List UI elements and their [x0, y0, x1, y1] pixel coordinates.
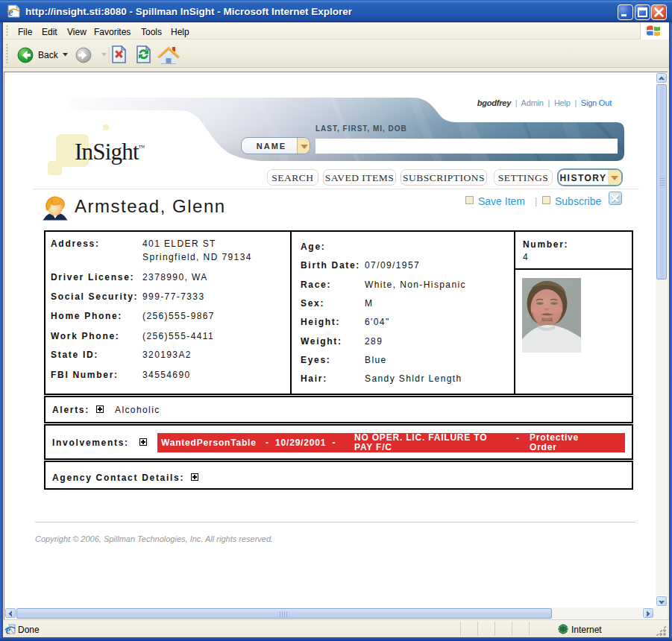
svg-text:Back: Back [38, 50, 59, 60]
svg-text:e: e [8, 7, 13, 18]
